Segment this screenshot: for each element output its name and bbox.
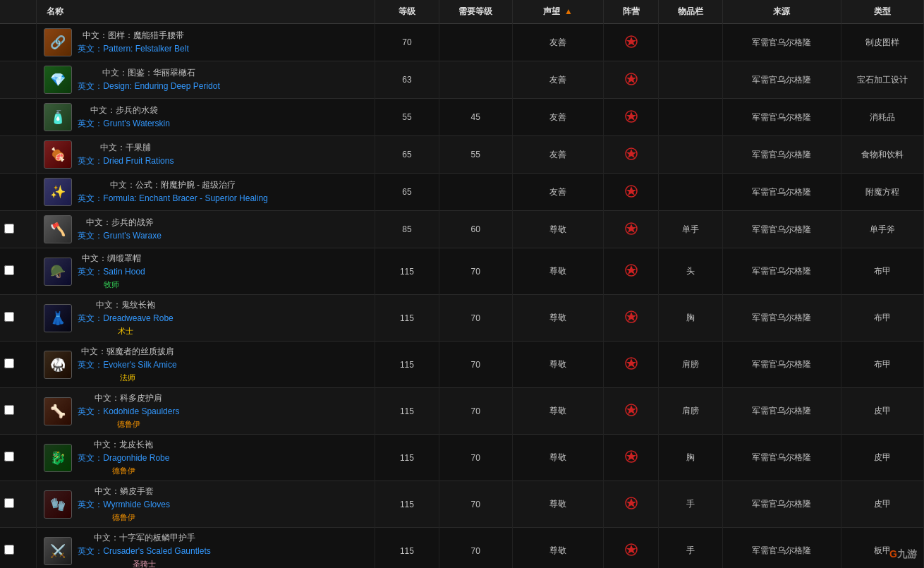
row-checkbox[interactable] [4,358,14,368]
item-faction [604,99,659,136]
item-en-name[interactable]: 英文：Design: Enduring Deep Peridot [78,80,219,92]
item-name-cell: 👗中文：鬼纹长袍英文：Dreadweave Robe术士 [37,295,375,342]
item-cn-name: 中文：步兵的水袋 [78,104,170,116]
item-subclass: 德鲁伊 [78,512,170,523]
item-cn-name: 中文：驱魔者的丝质披肩 [78,346,176,358]
item-slot [658,24,722,61]
item-cn-name: 中文：十字军的板鳞甲护手 [78,532,210,544]
item-slot: 手 [658,481,722,528]
item-subclass: 术士 [78,326,173,337]
item-level: 65 [375,174,439,211]
item-name-cell: 🧴中文：步兵的水袋英文：Grunt's Waterskin [37,99,375,136]
item-reputation: 尊敬 [512,342,604,388]
row-checkbox[interactable] [4,405,14,415]
item-reputation: 友善 [512,99,604,136]
item-cn-name: 中文：鳞皮手套 [78,485,170,497]
item-icon: 🧴 [44,103,72,131]
item-type: 制皮图样 [841,24,924,61]
item-en-name[interactable]: 英文：Satin Hood [78,266,145,278]
item-type: 布甲 [841,248,924,295]
item-type: 宝石加工设计 [841,61,924,99]
faction-icon [625,315,638,325]
item-en-name[interactable]: 英文：Kodohide Spaulders [78,406,179,418]
item-name-cell: 🔗中文：图样：魔能猎手腰带英文：Pattern: Felstalker Belt [37,24,375,61]
item-subclass: 法师 [78,373,176,383]
header-req-level[interactable]: 需要等级 [439,0,512,24]
item-source: 军需官乌尔格隆 [722,528,841,569]
row-checkbox[interactable] [4,498,14,508]
table-row: 💎中文：图鉴：华丽翠橄石英文：Design: Enduring Deep Per… [0,61,924,99]
item-name-cell: ⚔️中文：十字军的板鳞甲护手英文：Crusader's Scaled Gaunt… [37,528,375,569]
item-source: 军需官乌尔格隆 [722,295,841,342]
header-reputation[interactable]: 声望 ▲ [512,0,604,24]
item-en-name[interactable]: 英文：Dreadweave Robe [78,313,173,325]
header-name[interactable]: 名称 [37,0,375,24]
table-row: 🔗中文：图样：魔能猎手腰带英文：Pattern: Felstalker Belt… [0,24,924,61]
item-slot: 头 [658,248,722,295]
item-slot [658,136,722,174]
checkbox-cell [0,24,37,61]
checkbox-cell [0,211,37,248]
item-en-name[interactable]: 英文：Grunt's Waterskin [78,118,170,130]
row-checkbox[interactable] [4,452,14,461]
item-subclass: 德鲁伊 [78,466,169,476]
item-en-name[interactable]: 英文：Wyrmhide Gloves [78,499,170,511]
checkbox-cell [0,481,37,528]
row-checkbox[interactable] [4,265,14,275]
item-level: 70 [375,24,439,61]
item-source: 军需官乌尔格隆 [722,388,841,435]
item-faction [604,248,659,295]
faction-icon [625,115,638,125]
table-header: 名称 等级 需要等级 声望 ▲ 阵营 物品栏 来源 类型 [0,0,924,24]
item-reputation: 尊敬 [512,295,604,342]
item-en-name[interactable]: 英文：Dried Fruit Rations [78,155,174,167]
row-checkbox[interactable] [4,224,14,234]
faction-icon [625,362,638,372]
item-slot: 单手 [658,211,722,248]
item-req-level [439,61,512,99]
header-slot[interactable]: 物品栏 [658,0,722,24]
item-source: 军需官乌尔格隆 [722,435,841,481]
item-cn-name: 中文：鬼纹长袍 [78,299,173,311]
header-checkbox-col [0,0,37,24]
item-type: 消耗品 [841,99,924,136]
item-level: 115 [375,295,439,342]
item-type: 布甲 [841,342,924,388]
row-checkbox[interactable] [4,312,14,322]
item-reputation: 友善 [512,24,604,61]
checkbox-cell [0,248,37,295]
item-icon: ⚔️ [44,537,72,565]
faction-icon [625,409,638,418]
header-level[interactable]: 等级 [375,0,439,24]
item-cn-name: 中文：绸缎罩帽 [78,253,145,265]
faction-icon [625,190,638,200]
item-faction [604,174,659,211]
item-en-name[interactable]: 英文：Crusader's Scaled Gauntlets [78,545,210,557]
item-reputation: 友善 [512,174,604,211]
header-source[interactable]: 来源 [722,0,841,24]
item-icon: 🐉 [44,444,72,472]
item-level: 115 [375,528,439,569]
checkbox-cell [0,174,37,211]
header-faction[interactable]: 阵营 [604,0,659,24]
item-en-name[interactable]: 英文：Pattern: Felstalker Belt [78,43,188,55]
item-en-name[interactable]: 英文：Grunt's Waraxe [78,230,162,242]
table-row: 🥋中文：驱魔者的丝质披肩英文：Evoker's Silk Amice法师1157… [0,342,924,388]
item-req-level: 70 [439,248,512,295]
checkbox-cell [0,136,37,174]
item-req-level: 60 [439,211,512,248]
item-en-name[interactable]: 英文：Formula: Enchant Bracer - Superior He… [78,193,267,205]
item-en-name[interactable]: 英文：Evoker's Silk Amice [78,359,176,371]
item-reputation: 友善 [512,61,604,99]
item-req-level: 70 [439,435,512,481]
item-cn-name: 中文：龙皮长袍 [78,439,169,451]
item-name-cell: ✨中文：公式：附魔护腕 - 超级治疗英文：Formula: Enchant Br… [37,174,375,211]
item-slot: 胸 [658,295,722,342]
item-en-name[interactable]: 英文：Dragonhide Robe [78,452,169,464]
item-name-cell: 🐉中文：龙皮长袍英文：Dragonhide Robe德鲁伊 [37,435,375,481]
table-row: ⚔️中文：十字军的板鳞甲护手英文：Crusader's Scaled Gaunt… [0,528,924,569]
row-checkbox[interactable] [4,545,14,555]
item-cn-name: 中文：科多皮护肩 [78,392,179,404]
header-type[interactable]: 类型 [841,0,924,24]
item-type: 皮甲 [841,481,924,528]
